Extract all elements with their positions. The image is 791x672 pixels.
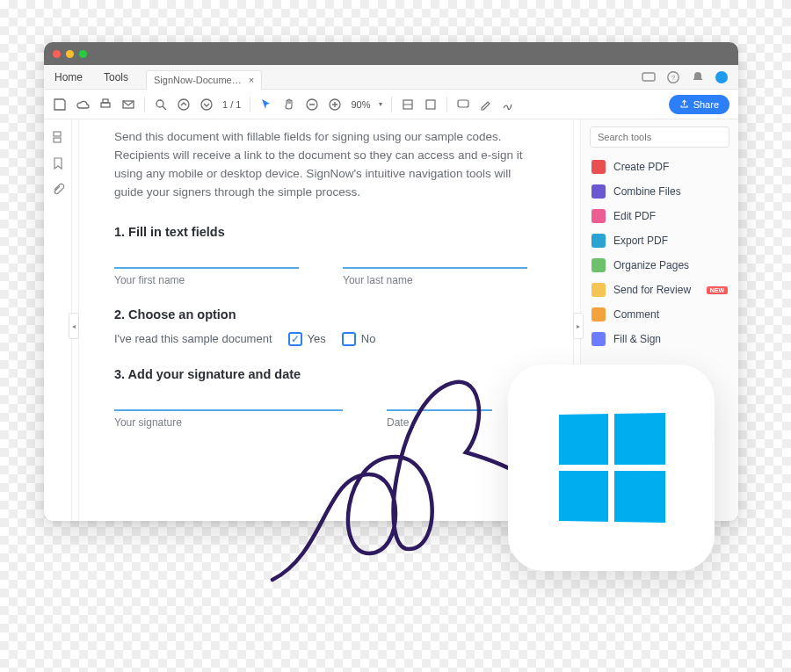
tool-item-label: Send for Review: [613, 284, 691, 296]
tool-item-send-for-review[interactable]: Send for ReviewNEW: [581, 278, 738, 302]
search-tools-input[interactable]: [590, 126, 729, 148]
checkbox-yes-label: Yes: [308, 332, 326, 345]
arrow-tool-icon[interactable]: [259, 98, 273, 112]
checkbox-yes[interactable]: Yes: [288, 332, 326, 346]
mail-icon[interactable]: [121, 98, 135, 112]
document-tab[interactable]: SignNow-Docume… ×: [146, 70, 262, 90]
first-name-label: Your first name: [114, 274, 299, 286]
titlebar: [44, 42, 738, 65]
tool-item-label: Comment: [613, 308, 659, 321]
section-2-title: 2. Choose an option: [114, 307, 538, 322]
tool-list: Create PDFCombine FilesEdit PDFExport PD…: [581, 155, 738, 351]
tool-item-icon: [591, 234, 606, 248]
signature-field[interactable]: Your signature: [114, 392, 343, 429]
close-window-button[interactable]: [53, 50, 61, 58]
section-1-title: 1. Fill in text fields: [114, 225, 538, 239]
svg-rect-3: [101, 103, 110, 107]
tool-item-icon: [591, 209, 606, 223]
tool-item-icon: [591, 160, 606, 174]
svg-text:?: ?: [671, 74, 676, 82]
tool-item-icon: [591, 184, 606, 199]
left-expand-gutter: ◂: [72, 119, 79, 521]
tool-item-create-pdf[interactable]: Create PDF: [581, 155, 738, 179]
date-field[interactable]: Date: [387, 392, 492, 429]
bookmark-icon[interactable]: [51, 156, 65, 170]
tool-item-label: Fill & Sign: [613, 333, 661, 345]
menu-home[interactable]: Home: [44, 65, 93, 90]
fit-page-icon[interactable]: [424, 98, 438, 112]
zoom-in-icon[interactable]: [328, 98, 342, 112]
minimize-window-button[interactable]: [66, 50, 74, 58]
checkbox-no[interactable]: No: [342, 332, 376, 346]
fit-width-icon[interactable]: [401, 98, 415, 112]
highlight-tool-icon[interactable]: [479, 98, 493, 112]
tool-item-label: Create PDF: [613, 161, 669, 173]
intro-paragraph: Send this document with fillable fields …: [114, 128, 538, 202]
zoom-out-icon[interactable]: [305, 98, 319, 112]
comment-tool-icon[interactable]: [456, 98, 470, 112]
tool-item-label: Organize Pages: [613, 259, 689, 271]
document: Send this document with fillable fields …: [79, 119, 573, 521]
zoom-level[interactable]: 90%: [351, 99, 370, 110]
zoom-dropdown-icon[interactable]: ▾: [379, 100, 382, 108]
print-icon[interactable]: [98, 98, 112, 112]
tool-item-edit-pdf[interactable]: Edit PDF: [581, 204, 738, 228]
share-icon: [679, 99, 689, 109]
signature-label: Your signature: [114, 416, 343, 429]
user-avatar[interactable]: [715, 71, 728, 83]
tool-item-combine-files[interactable]: Combine Files: [581, 179, 738, 204]
svg-rect-17: [426, 100, 435, 109]
tool-item-icon: [591, 283, 606, 297]
tool-item-organize-pages[interactable]: Organize Pages: [581, 253, 738, 278]
tool-item-icon: [591, 258, 606, 272]
menu-tools[interactable]: Tools: [93, 65, 139, 90]
cloud-icon[interactable]: [76, 98, 90, 112]
tool-item-icon: [591, 332, 606, 346]
svg-rect-19: [54, 132, 61, 136]
tool-item-comment[interactable]: Comment: [581, 302, 738, 327]
option-lead: I've read this sample document: [114, 332, 272, 345]
find-icon[interactable]: [154, 98, 168, 112]
date-label: Date: [387, 416, 492, 429]
page-indicator: 1 / 1: [222, 99, 241, 110]
chat-icon[interactable]: [642, 70, 656, 84]
document-tab-close-icon[interactable]: ×: [249, 75, 254, 85]
last-name-field[interactable]: Your last name: [343, 249, 527, 286]
right-caret-button[interactable]: ▸: [573, 313, 584, 339]
attachment-icon[interactable]: [51, 183, 65, 197]
tool-item-export-pdf[interactable]: Export PDF: [581, 228, 738, 253]
section-3-title: 3. Add your signature and date: [114, 367, 538, 381]
menubar: Home Tools SignNow-Docume… × ?: [44, 65, 738, 90]
svg-rect-0: [642, 73, 655, 81]
tool-item-fill-sign[interactable]: Fill & Sign: [581, 327, 738, 351]
share-button[interactable]: Share: [669, 95, 729, 114]
checkbox-yes-box: [288, 332, 302, 346]
svg-rect-18: [458, 100, 468, 107]
first-name-field[interactable]: Your first name: [114, 249, 299, 286]
help-icon[interactable]: ?: [666, 70, 680, 84]
svg-rect-4: [103, 99, 108, 103]
tool-item-label: Combine Files: [613, 185, 681, 198]
last-name-label: Your last name: [343, 274, 527, 286]
thumbnails-icon[interactable]: [51, 130, 65, 144]
left-caret-button[interactable]: ◂: [69, 313, 79, 339]
hand-tool-icon[interactable]: [282, 98, 296, 112]
page-up-icon[interactable]: [177, 98, 191, 112]
tool-item-label: Export PDF: [613, 235, 668, 247]
document-tab-label: SignNow-Docume…: [154, 75, 242, 85]
tool-item-label: Edit PDF: [613, 210, 656, 222]
page-down-icon[interactable]: [200, 98, 214, 112]
save-icon[interactable]: [53, 98, 67, 112]
sign-tool-icon[interactable]: [502, 98, 516, 112]
checkbox-no-label: No: [361, 332, 376, 345]
svg-line-7: [163, 106, 166, 110]
tool-item-icon: [591, 307, 606, 322]
maximize-window-button[interactable]: [79, 50, 87, 58]
document-pane: ◂ Send this document with fillable field…: [72, 119, 580, 521]
menubar-right: ?: [642, 70, 738, 84]
option-row: I've read this sample document Yes No: [114, 332, 538, 346]
checkbox-no-box: [342, 332, 356, 346]
svg-point-6: [156, 100, 163, 107]
bell-icon[interactable]: [691, 70, 705, 84]
toolbar: 1 / 1 90% ▾ Share: [44, 90, 738, 119]
